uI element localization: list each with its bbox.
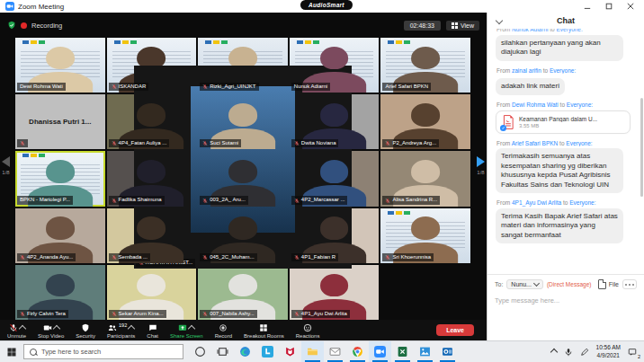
participant-tile[interactable]: Dewi Rohma Wati [15, 38, 105, 93]
tray-pen-icon[interactable] [580, 348, 589, 357]
minimize-button[interactable] [583, 2, 592, 11]
participant-tile[interactable]: Arief Safari BPKN [380, 38, 470, 93]
participant-tile[interactable]: 4P1_Ayu Dwi Arlita [290, 265, 380, 320]
zoom-icon[interactable] [369, 341, 391, 362]
next-page-button[interactable]: 1/8 [477, 156, 485, 175]
participant-tile[interactable]: 007_Nabila Ashy... [198, 265, 288, 320]
previous-page-button[interactable]: 1/8 [2, 156, 10, 175]
chrome-icon[interactable] [346, 341, 369, 362]
participant-name: Nunuk Adiarni [294, 84, 327, 90]
participant-name: P2_Andreya Arg... [392, 140, 436, 146]
maximize-button[interactable] [604, 2, 613, 11]
excel-icon[interactable] [391, 341, 414, 362]
task-view-icon[interactable] [211, 341, 234, 362]
reactions-button[interactable]: Reactions [296, 322, 320, 339]
mcafee-icon[interactable] [279, 341, 301, 362]
mic-muted-icon [294, 140, 300, 146]
security-button[interactable]: Security [76, 322, 95, 339]
participant-tile[interactable]: BPKN - Mariolegi P... [15, 151, 105, 206]
chat-scrollbar[interactable] [640, 98, 643, 197]
participant-tile[interactable]: P2_Andreya Arg... [380, 94, 470, 149]
participant-tile[interactable]: Dhanissa Putri 1... [15, 94, 105, 149]
sender-name[interactable]: 4P1_Ayu Dwi Arlita [512, 199, 561, 206]
recipient-everyone[interactable]: Everyone: [569, 199, 595, 206]
participant-name-tag: BPKN - Mariolegi P... [17, 196, 73, 204]
file-explorer-icon[interactable] [301, 341, 324, 362]
ellipsis-icon [629, 284, 631, 286]
participant-name: 4P4_Fatan Auliya ... [119, 140, 167, 146]
participant-tile[interactable]: Sekar Arum Kina... [107, 265, 197, 320]
recipient-everyone[interactable]: Everyone: [557, 29, 583, 32]
window-controls [583, 2, 639, 11]
recipient-everyone[interactable]: Everyone: [550, 67, 576, 74]
participant-name-tag: Firly Calvin Tera [17, 310, 68, 318]
unmute-button[interactable]: Unmute [7, 322, 26, 339]
taskbar-search[interactable]: Type here to search [23, 344, 183, 359]
from-word: From [496, 199, 512, 206]
cortana-icon[interactable] [189, 341, 211, 362]
outlook-icon[interactable] [436, 341, 459, 362]
chevron-up-icon[interactable] [128, 324, 135, 331]
recipient-name: Nunu... [511, 281, 532, 287]
participant-silhouette-head [411, 47, 440, 70]
file-button[interactable]: File [598, 279, 619, 289]
participant-silhouette-head [411, 160, 440, 183]
chevron-down-icon [533, 280, 540, 287]
message-bubble: silahkan pertanyaan yang akan diajukan l… [496, 35, 623, 61]
participant-silhouette-head [228, 103, 257, 127]
message-sender: From zainal arifin to Everyone: [496, 67, 635, 75]
l-app-icon[interactable] [256, 341, 279, 362]
sender-name[interactable]: Arief Safari BPKN [512, 140, 559, 146]
edge-icon[interactable] [234, 341, 256, 362]
chevron-up-icon[interactable] [550, 348, 557, 355]
chat-title: Chat [557, 16, 575, 25]
participant-silhouette-head [46, 47, 75, 70]
recipient-everyone[interactable]: Everyone: [567, 102, 593, 108]
sender-name[interactable]: zainal arifin [512, 67, 541, 74]
photos-icon[interactable] [414, 341, 436, 362]
sender-name[interactable]: Nunuk Adiarni [512, 29, 548, 32]
sender-name[interactable]: Dewi Rohma Wati [512, 102, 559, 108]
chat-button[interactable]: Chat [147, 322, 158, 339]
zoom-app-icon [5, 2, 14, 11]
search-placeholder: Type here to search [41, 348, 101, 356]
to-word: to [559, 102, 567, 108]
taskbar-clock[interactable]: 10:56 AM 4/9/2021 [596, 344, 621, 358]
chevron-up-icon[interactable] [52, 324, 59, 331]
file-attachment[interactable]: ✓Keamanan Pangan dalam U...3.55 MB [496, 110, 631, 134]
recipient-everyone[interactable]: Everyone: [566, 140, 592, 146]
breakout-rooms-button[interactable]: Breakout Rooms [244, 322, 284, 339]
participant-silhouette-head [320, 103, 349, 127]
chevron-up-icon[interactable] [188, 324, 195, 331]
participant-tile[interactable]: Sri Khoerunnisa [380, 208, 470, 263]
participant-tile[interactable]: Firly Calvin Tera [15, 265, 105, 320]
participant-silhouette-head [137, 160, 165, 183]
from-word: From [496, 29, 512, 32]
leave-button[interactable]: Leave [436, 324, 474, 336]
participant-silhouette-head [137, 103, 165, 127]
share-screen-button[interactable]: Share Screen [170, 322, 203, 339]
chevron-up-icon[interactable] [18, 324, 25, 331]
recipient-dropdown[interactable]: Nunu... [506, 279, 543, 289]
participant-silhouette-head [320, 216, 349, 240]
participant-silhouette-head [228, 160, 257, 183]
close-button[interactable] [626, 2, 635, 11]
camera-icon [43, 323, 52, 332]
participant-name-tag [17, 139, 28, 147]
participant-tile[interactable]: Alisa Sandrina R... [380, 151, 470, 206]
record-button[interactable]: Record [215, 322, 232, 339]
participant-tile[interactable]: 4P2_Ananda Ayu... [15, 208, 105, 263]
mail-icon[interactable] [324, 341, 346, 362]
action-center-icon[interactable]: 2 [628, 348, 637, 357]
window-title: Zoom Meeting [18, 3, 64, 11]
start-button[interactable] [0, 341, 23, 362]
tray-microphone-icon[interactable] [564, 348, 573, 357]
chevron-down-icon[interactable] [496, 17, 503, 24]
participant-name: 4P2_Ananda Ayu... [27, 254, 73, 260]
view-button[interactable]: View [446, 21, 479, 31]
participants-button[interactable]: 192Participants [107, 322, 135, 339]
message-input[interactable]: Type message here... [495, 296, 637, 305]
participant-name-tag: Fadlika Shaimuna [109, 196, 165, 204]
stop-video-button[interactable]: Stop Video [38, 322, 64, 339]
more-options-button[interactable] [622, 279, 637, 289]
